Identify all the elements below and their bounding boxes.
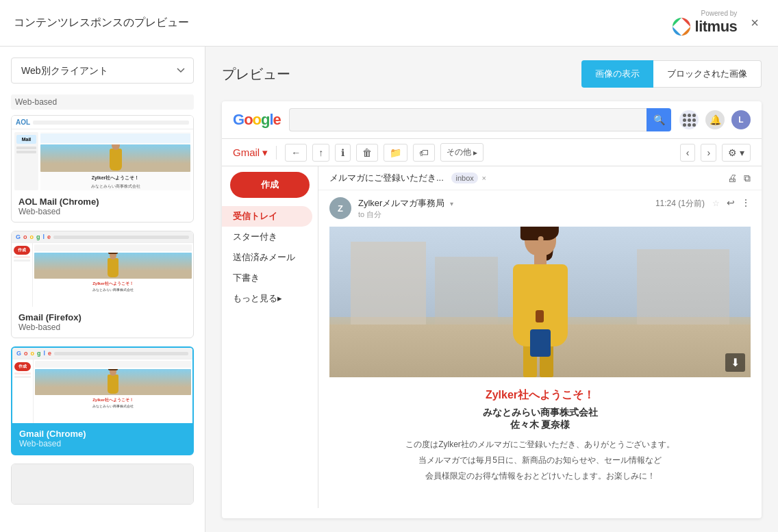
gmail-nav-drafts[interactable]: 下書き	[222, 268, 312, 288]
sidebar: Web別クライアント Web-based AOL Mail	[0, 47, 205, 532]
toolbar-settings-btn[interactable]: ⚙ ▾	[722, 144, 751, 162]
image-toggle-group: 画像の表示 ブロックされた画像	[581, 60, 762, 88]
gmail-preview-frame: Google 🔍 🔔 L	[222, 101, 762, 518]
client-card-gmail-firefox[interactable]: Google 作成	[11, 231, 194, 338]
gmail-inbox-badge: inbox	[451, 173, 477, 183]
gmail-nav-label[interactable]: Gmail ▾	[233, 147, 268, 159]
hero-woman-figure	[329, 227, 751, 377]
google-logo: Google	[233, 111, 281, 129]
gmail-email-subject: メルマガにご登録いただき... inbox ×	[329, 172, 720, 184]
gmail-chrome-thumb-content: Google 作成	[12, 348, 192, 423]
gmail-nav-more[interactable]: もっと見る▸	[222, 288, 312, 309]
svg-point-1	[677, 23, 686, 31]
gmail-avatar[interactable]: L	[731, 110, 751, 129]
email-time: 11:24 (1分前) ☆ ↩ ⋮	[655, 197, 751, 210]
toolbar-next-btn[interactable]: ›	[701, 144, 716, 162]
gmail-firefox-client-type: Web-based	[18, 322, 186, 332]
gmail-search-button[interactable]: 🔍	[647, 108, 671, 131]
gmail-main-content: メルマガにご登録いただき... inbox × 🖨 ⧉ Z Zylkerメルマガ…	[318, 166, 762, 508]
toolbar-more-btn[interactable]: その他 ▸	[440, 143, 484, 162]
email-content-body: ⬇ Zylker社へようこそ！ みなとみらい商事株式会社 佐々木 夏奈様 この度…	[329, 227, 751, 497]
gmail-badge-close[interactable]: ×	[481, 174, 486, 182]
sender-name: Zylkerメルマガ事務局 ▾	[358, 197, 649, 210]
email-body-line-2: 当メルマガでは毎月5日に、新商品のお知らせや、セール情報など	[340, 454, 740, 467]
section-label: Web-based	[11, 94, 194, 110]
gmail-sidebar: 作成 受信トレイ スター付き 送信済みメール 下書き もっと見る▸	[222, 166, 318, 508]
page-title: コンテンツレスポンスのプレビュー	[14, 16, 189, 30]
toolbar-separator	[276, 146, 277, 160]
client-dropdown[interactable]: Web別クライアント	[11, 58, 194, 84]
main-layout: Web別クライアント Web-based AOL Mail	[0, 47, 778, 532]
email-recipient-name: 佐々木 夏奈様	[340, 419, 740, 431]
gmail-search-input[interactable]	[289, 108, 647, 131]
gmail-print-icon[interactable]: 🖨	[727, 173, 737, 183]
aol-thumbnail: AOL Mail	[12, 116, 193, 191]
gmail-notifications-icon[interactable]: 🔔	[705, 110, 725, 129]
toolbar-folder-btn[interactable]: 📁	[384, 144, 407, 162]
gmail-email-meta: Z Zylkerメルマガ事務局 ▾ to 自分 11:24 (1分前) ☆ ↩	[318, 190, 762, 227]
gmail-topbar: Google 🔍 🔔 L	[222, 101, 762, 139]
gmail-popout-icon[interactable]: ⧉	[744, 173, 751, 184]
partial-thumbnail	[12, 464, 193, 505]
gmail-email-header: メルマガにご登録いただき... inbox × 🖨 ⧉	[318, 166, 762, 190]
gmail-label-text: Gmail	[233, 147, 260, 158]
show-images-button[interactable]: 画像の表示	[581, 60, 653, 88]
email-company-name: みなとみらい商事株式会社	[340, 407, 740, 419]
client-dropdown-wrapper: Web別クライアント	[11, 58, 194, 84]
email-body-line-3: 会員様限定のお得な情報をおとどけいたします。お楽しみに！	[340, 470, 740, 483]
toolbar-label-btn[interactable]: 🏷	[413, 144, 435, 162]
gmail-chrome-client-name: Gmail (Chrome)	[19, 429, 186, 439]
litmus-brand-name: litmus	[695, 18, 738, 36]
sender-detail: to 自分	[358, 210, 649, 220]
sender-info: Zylkerメルマガ事務局 ▾ to 自分	[358, 197, 649, 220]
sender-expand-arrow[interactable]: ▾	[450, 200, 453, 207]
email-welcome-title: Zylker社へようこそ！	[340, 388, 740, 403]
aol-thumb-content: AOL Mail	[12, 116, 193, 191]
gmail-chrome-card-info: Gmail (Chrome) Web-based	[12, 423, 192, 454]
star-icon[interactable]: ☆	[712, 199, 720, 208]
sender-avatar: Z	[329, 197, 351, 219]
gmail-label-arrow: ▾	[262, 147, 268, 159]
reply-icon[interactable]: ↩	[727, 197, 735, 208]
litmus-icon	[672, 17, 691, 36]
toolbar-reply-btn[interactable]: ←	[285, 144, 307, 162]
gmail-body: 作成 受信トレイ スター付き 送信済みメール 下書き もっと見る▸ メルマガにご…	[222, 166, 762, 508]
aol-card-info: AOL Mail (Chrome) Web-based	[12, 191, 193, 222]
toolbar-delete-btn[interactable]: 🗑	[356, 144, 378, 162]
client-card-aol[interactable]: AOL Mail	[11, 115, 194, 223]
client-card-gmail-chrome[interactable]: Google 作成	[11, 346, 194, 455]
more-actions-icon[interactable]: ⋮	[741, 197, 751, 208]
litmus-brand: litmus	[672, 17, 738, 36]
gmail-nav-inbox[interactable]: 受信トレイ	[222, 206, 312, 227]
gmail-firefox-thumb-content: Google 作成	[12, 231, 193, 307]
litmus-logo: Powered by litmus	[672, 10, 738, 36]
gmail-chrome-thumbnail: Google 作成	[12, 348, 192, 423]
header-right: Powered by litmus ×	[672, 10, 764, 36]
gmail-toolbar: Gmail ▾ ← ↑ ℹ 🗑 📁 🏷 その他 ▸ ‹ › ⚙ ▾	[222, 139, 762, 166]
gmail-nav-sent[interactable]: 送信済みメール	[222, 247, 312, 268]
gmail-compose-button[interactable]: 作成	[230, 172, 310, 198]
more-arrow: ▸	[473, 148, 477, 157]
aol-client-type: Web-based	[18, 207, 186, 216]
toolbar-prev-btn[interactable]: ‹	[680, 144, 696, 162]
gmail-firefox-client-name: Gmail (Firefox)	[18, 312, 186, 322]
email-hero-image: ⬇	[329, 227, 751, 377]
close-button[interactable]: ×	[745, 12, 764, 34]
toolbar-info-btn[interactable]: ℹ	[335, 144, 351, 162]
preview-title: プレビュー	[222, 65, 290, 84]
gmail-nav-starred[interactable]: スター付き	[222, 227, 312, 247]
app-header: コンテンツレスポンスのプレビュー Powered by litmus ×	[0, 0, 778, 47]
download-overlay-button[interactable]: ⬇	[725, 353, 745, 372]
content-area: プレビュー 画像の表示 ブロックされた画像 Google 🔍	[205, 47, 778, 532]
blocked-images-button[interactable]: ブロックされた画像	[653, 60, 762, 88]
gmail-firefox-thumbnail: Google 作成	[12, 231, 193, 307]
gmail-apps-icon[interactable]	[679, 110, 699, 129]
toolbar-archive-btn[interactable]: ↑	[312, 144, 329, 162]
gmail-firefox-card-info: Gmail (Firefox) Web-based	[12, 307, 193, 338]
gmail-chrome-client-type: Web-based	[19, 439, 186, 448]
email-body-text: Zylker社へようこそ！ みなとみらい商事株式会社 佐々木 夏奈様 この度はZ…	[329, 377, 751, 497]
client-card-partial[interactable]	[11, 464, 194, 505]
powered-by-label: Powered by	[701, 10, 738, 17]
email-body-line-1: この度はZylker社のメルマガにご登録いただき、ありがとうございます。	[340, 438, 740, 451]
apps-grid	[683, 114, 696, 127]
